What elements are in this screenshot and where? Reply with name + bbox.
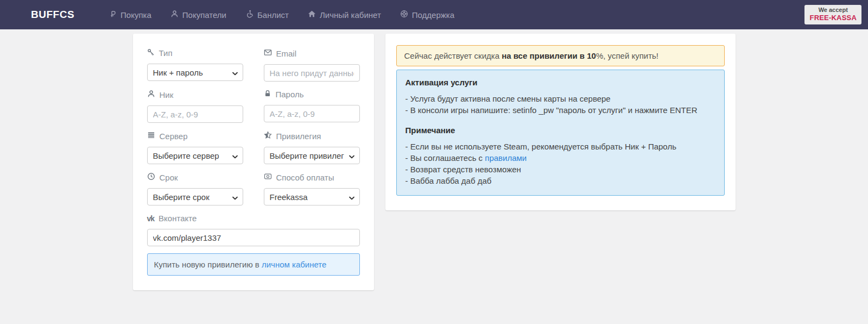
note-text: Купить новую привилегию в	[154, 260, 262, 269]
nav-item-support[interactable]: Поддержка	[400, 10, 454, 20]
payment-label: Способ оплаты	[264, 172, 360, 182]
nav-item-label: Личный кабинет	[320, 10, 381, 20]
notes-line: - Если вы не используете Steam, рекоменд…	[406, 141, 715, 152]
ruble-icon	[109, 10, 117, 20]
nick-input[interactable]	[147, 105, 243, 123]
brand-logo[interactable]: BUFFCS	[31, 9, 74, 21]
password-input[interactable]	[264, 105, 360, 122]
main-area: Тип Ник + пароль	[0, 29, 868, 290]
term-select-wrap: Выберите срок	[147, 188, 243, 205]
notes-line: - Вы соглашаетесь с правилами	[406, 152, 715, 164]
type-label: Тип	[147, 48, 243, 58]
key-icon	[147, 48, 155, 58]
star-half-icon	[264, 131, 272, 141]
server-select[interactable]: Выберите сервер	[147, 147, 243, 164]
payment-card-icon	[264, 172, 272, 182]
term-label: Срок	[147, 172, 243, 182]
field-nick: Ник	[147, 90, 243, 123]
nav-item-label: Поддержка	[412, 10, 454, 20]
info-card: Сейчас действует скидка на все привилеги…	[385, 34, 736, 210]
vk-input[interactable]	[147, 229, 360, 246]
nav-item-purchase[interactable]: Покупка	[109, 10, 151, 20]
activation-title: Активация услуги	[406, 78, 715, 87]
discount-suffix: %, успей купить!	[596, 51, 658, 60]
vk-icon: vk	[147, 215, 155, 222]
field-email: Email	[264, 48, 360, 82]
field-vk: vk Вконтакте	[147, 214, 360, 246]
notes-line: - Вабба лабба даб даб	[406, 175, 715, 186]
instructions-panel: Активация услуги - Услуга будут активна …	[396, 70, 725, 196]
navbar: BUFFCS Покупка Покупатели Банлист Личный…	[0, 0, 868, 29]
server-select-wrap: Выберите сервер	[147, 147, 243, 164]
server-label: Сервер	[147, 131, 243, 141]
server-icon	[147, 131, 155, 141]
nick-label: Ник	[147, 90, 243, 99]
type-select-wrap: Ник + пароль	[147, 64, 243, 81]
privilege-select-wrap: Выберите привилегию	[264, 147, 360, 164]
activation-line: - Услуга будут активна после смены карты…	[406, 93, 715, 104]
activation-line: - В консоли игры напишите: setinfo _pw "…	[406, 104, 715, 116]
user-icon	[170, 10, 179, 20]
type-select[interactable]: Ник + пароль	[147, 64, 243, 81]
rules-line-prefix: - Вы соглашаетесь с	[406, 153, 485, 163]
support-icon	[400, 10, 408, 20]
account-link[interactable]: личном кабинете	[262, 260, 326, 269]
nav-item-label: Покупка	[121, 10, 151, 20]
field-server: Сервер Выберите сервер	[147, 131, 243, 164]
nav-menu: Покупка Покупатели Банлист Личный кабине…	[109, 10, 804, 20]
nav-item-label: Банлист	[257, 10, 289, 20]
field-privilege: Привилегия Выберите привилегию	[264, 131, 360, 164]
badge-line1: We accept	[809, 7, 857, 14]
field-password: Пароль	[264, 90, 360, 123]
field-term: Срок Выберите срок	[147, 172, 243, 205]
nav-item-label: Покупатели	[182, 10, 226, 20]
term-select[interactable]: Выберите срок	[147, 188, 243, 205]
notes-section: Примечание - Если вы не используете Stea…	[406, 126, 715, 186]
privilege-select[interactable]: Выберите привилегию	[264, 147, 360, 164]
email-input[interactable]	[264, 64, 360, 82]
privilege-label: Привилегия	[264, 131, 360, 141]
home-icon	[308, 10, 316, 20]
field-payment: Способ оплаты Freekassa	[264, 172, 360, 205]
nav-item-banlist[interactable]: Банлист	[245, 10, 289, 20]
wheelchair-icon	[245, 10, 254, 20]
field-type: Тип Ник + пароль	[147, 48, 243, 82]
discount-alert: Сейчас действует скидка на все привилеги…	[396, 45, 725, 66]
badge-line2: FREE-KASSA	[809, 14, 857, 22]
account-note-box: Купить новую привилегию в личном кабинет…	[147, 253, 360, 276]
lock-icon	[264, 90, 271, 99]
notes-title: Примечание	[406, 126, 715, 135]
form-grid: Тип Ник + пароль	[147, 48, 360, 214]
nav-item-buyers[interactable]: Покупатели	[170, 10, 226, 20]
payment-select-wrap: Freekassa	[264, 188, 360, 205]
freekassa-badge[interactable]: We accept FREE-KASSA	[804, 5, 861, 24]
clock-icon	[147, 172, 155, 182]
vk-label: vk Вконтакте	[147, 214, 360, 223]
content-container: Тип Ник + пароль	[133, 34, 736, 290]
nav-item-account[interactable]: Личный кабинет	[308, 10, 381, 20]
notes-line: - Возврат средств невозможен	[406, 164, 715, 175]
purchase-form-card: Тип Ник + пароль	[133, 34, 374, 290]
rules-link[interactable]: правилами	[485, 153, 527, 163]
user-icon	[147, 90, 155, 99]
discount-prefix: Сейчас действует скидка	[404, 51, 502, 60]
payment-select[interactable]: Freekassa	[264, 188, 360, 205]
email-label: Email	[264, 48, 360, 58]
password-label: Пароль	[264, 90, 360, 99]
discount-bold: на все привилегии в 10	[502, 51, 596, 60]
envelope-icon	[264, 48, 272, 58]
